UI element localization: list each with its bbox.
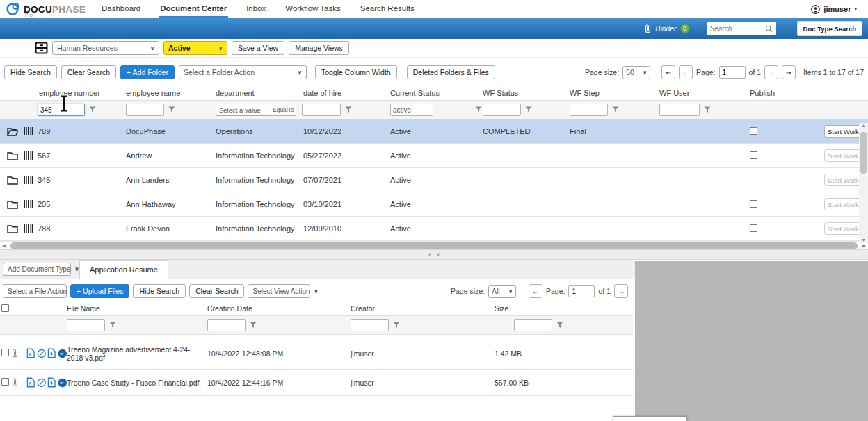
filter-wf-status-input[interactable] <box>483 104 521 116</box>
search-icon[interactable] <box>765 25 773 33</box>
attachment-icon[interactable] <box>11 348 19 358</box>
expand-down-icon[interactable]: ∨ <box>436 251 440 258</box>
scrollbar-thumb[interactable] <box>860 132 867 174</box>
deleted-folders-button[interactable]: Deleted Folders & Files <box>407 65 495 79</box>
page-size-select[interactable]: All ∨ <box>488 285 516 298</box>
col-header-current-status[interactable]: Current Status <box>387 89 479 97</box>
view-action-select[interactable]: Select View Action ∨ <box>248 284 310 298</box>
filter-icon[interactable] <box>250 322 257 329</box>
filter-icon[interactable] <box>525 106 532 113</box>
filter-size-input[interactable] <box>514 319 552 331</box>
prev-page-button[interactable]: ← <box>679 65 693 79</box>
closed-folder-icon[interactable] <box>7 176 18 185</box>
annotate-icon[interactable] <box>37 378 46 388</box>
last-page-button[interactable]: ⇥ <box>782 65 796 79</box>
filter-icon[interactable] <box>109 322 116 329</box>
col-header-creator[interactable]: Creator <box>351 304 495 313</box>
prev-page-button[interactable]: ← <box>529 284 542 298</box>
add-document-type-select[interactable]: Add Document Type ∨ <box>3 263 71 276</box>
toggle-column-width-button[interactable]: Toggle Column Width <box>315 65 397 79</box>
folder-row[interactable]: 345 Ann Landers Information Technology 0… <box>0 168 868 192</box>
publish-checkbox[interactable] <box>750 151 757 159</box>
attachment-icon[interactable] <box>11 377 19 387</box>
page-number-input[interactable] <box>719 66 746 79</box>
open-folder-icon[interactable] <box>7 127 18 136</box>
folder-action-select[interactable]: Select a Folder Action ∨ <box>179 65 307 79</box>
filter-employee-number-input[interactable] <box>38 104 85 116</box>
tab-application-resume[interactable]: Application Resume <box>79 260 168 279</box>
scroll-down-icon[interactable]: ▼ <box>861 238 866 242</box>
filter-creator-input[interactable] <box>351 319 389 331</box>
filter-icon[interactable] <box>612 106 619 113</box>
select-all-checkbox[interactable] <box>1 304 9 312</box>
folder-row[interactable]: 567 Andrew Information Technology 05/27/… <box>0 144 868 168</box>
pane-splitter[interactable]: ∧ ∨ <box>0 249 868 260</box>
download-file-icon[interactable] <box>47 348 56 358</box>
horizontal-scrollbar[interactable]: ◀ ▶ <box>0 241 868 249</box>
col-header-size[interactable]: Size <box>495 304 633 313</box>
filter-icon[interactable] <box>168 106 175 113</box>
col-header-wf-user[interactable]: WF User <box>655 89 741 97</box>
publish-checkbox[interactable] <box>750 200 757 208</box>
nav-search-results[interactable]: Search Results <box>359 0 416 18</box>
nav-workflow-tasks[interactable]: Workflow Tasks <box>284 0 341 18</box>
filter-creation-date-input[interactable] <box>207 319 246 331</box>
next-page-button[interactable]: → <box>614 284 628 298</box>
upload-files-button[interactable]: + Upload Files <box>70 284 129 298</box>
col-header-file-name[interactable]: File Name <box>67 304 207 313</box>
cabinet-select[interactable]: Human Resources ∨ <box>52 41 159 55</box>
filter-department-select[interactable]: Select a value <box>216 104 271 116</box>
pdf-file-icon[interactable]: A <box>26 377 35 388</box>
publish-checkbox[interactable] <box>750 127 757 135</box>
hide-search-button[interactable]: Hide Search <box>4 65 57 79</box>
folder-row[interactable]: 788 Frank Devon Information Technology 1… <box>0 217 868 241</box>
closed-folder-icon[interactable] <box>7 224 18 233</box>
manage-views-button[interactable]: Manage Views <box>289 41 349 55</box>
cell-file-name[interactable]: Treeno Magazine advertisement 4-24-2018 … <box>67 345 207 362</box>
col-header-wf-status[interactable]: WF Status <box>479 89 567 97</box>
search-input[interactable] <box>710 25 765 33</box>
save-view-button[interactable]: Save a View <box>232 41 284 55</box>
col-header-publish[interactable]: Publish <box>741 89 824 97</box>
view-select[interactable]: Active ∨ <box>163 41 227 55</box>
clear-search-button[interactable]: Clear Search <box>189 284 244 298</box>
file-cabinet-icon[interactable] <box>35 42 48 54</box>
viewer-badge-icon[interactable]: vi <box>58 349 67 358</box>
filter-file-name-input[interactable] <box>67 319 105 331</box>
col-header-department[interactable]: department <box>213 89 300 97</box>
page-number-input[interactable] <box>568 285 595 297</box>
folder-row[interactable]: 789 DocuPhase Operations 10/12/2022 Acti… <box>0 119 868 144</box>
col-header-date-of-hire[interactable]: date of hire <box>300 89 387 97</box>
file-row[interactable]: A vi Treeno Case Study - Fusco Financial… <box>0 370 633 396</box>
filter-icon[interactable] <box>556 322 563 329</box>
filter-date-of-hire-input[interactable] <box>302 104 341 116</box>
publish-checkbox[interactable] <box>750 176 757 183</box>
vertical-scrollbar[interactable]: ▲ ▼ <box>859 123 868 242</box>
filter-current-status-input[interactable] <box>390 104 433 116</box>
download-file-icon[interactable] <box>47 377 56 388</box>
col-header-creation-date[interactable]: Creation Date <box>207 304 351 313</box>
user-menu[interactable]: jimuser ▾ <box>811 5 857 14</box>
filter-icon[interactable] <box>393 322 400 329</box>
folder-row[interactable]: 205 Ann Hathaway Information Technology … <box>0 192 868 217</box>
col-header-employee-name[interactable]: employee name <box>123 89 213 97</box>
file-checkbox[interactable] <box>1 378 9 386</box>
clear-search-button[interactable]: Clear Search <box>61 65 116 79</box>
scroll-left-icon[interactable]: ◀ <box>0 243 8 249</box>
publish-checkbox[interactable] <box>750 224 757 232</box>
file-action-select[interactable]: Select a File Action ∨ <box>3 284 67 298</box>
filter-wf-user-input[interactable] <box>659 104 700 116</box>
scroll-up-icon[interactable]: ▲ <box>861 123 866 128</box>
nav-inbox[interactable]: Inbox <box>245 0 267 18</box>
add-folder-button[interactable]: + Add Folder <box>120 65 175 79</box>
filter-employee-name-input[interactable] <box>126 104 164 116</box>
pdf-file-icon[interactable]: A <box>26 348 35 358</box>
filter-icon[interactable] <box>704 106 711 113</box>
barcode-icon[interactable] <box>24 151 33 160</box>
annotate-icon[interactable] <box>37 349 46 358</box>
nav-document-center[interactable]: Document Center <box>159 0 228 18</box>
hide-search-button[interactable]: Hide Search <box>133 284 186 298</box>
barcode-icon[interactable] <box>24 127 33 135</box>
filter-wf-step-input[interactable] <box>570 104 608 116</box>
first-page-button[interactable]: ⇤ <box>661 65 675 79</box>
